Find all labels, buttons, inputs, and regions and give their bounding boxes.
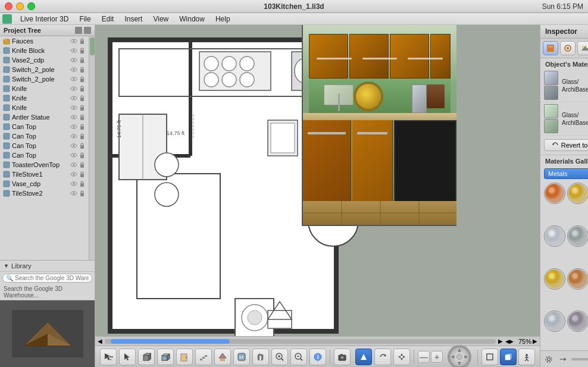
zoom-3d-minus[interactable]: — [418, 351, 430, 363]
tool-hand[interactable] [252, 349, 269, 365]
gallery-item-4[interactable] [567, 225, 588, 247]
tree-item-lock-7[interactable] [78, 103, 86, 112]
tree-item-lock-4[interactable] [78, 75, 86, 83]
two-arrows-icon[interactable] [557, 353, 569, 365]
tool-camera[interactable] [334, 349, 351, 365]
gallery-item-0[interactable] [544, 183, 565, 204]
tree-item-lock-6[interactable] [78, 94, 86, 102]
material-item-2[interactable]: Glass/ ArchiBase_Glass_lamp [540, 102, 588, 136]
gallery-item-3[interactable] [544, 225, 565, 247]
tree-item-eye-0[interactable] [70, 37, 78, 45]
tree-item-eye-16[interactable] [70, 189, 78, 197]
menu-window[interactable]: Window [174, 14, 209, 24]
tree-item-15[interactable]: Vase_cdp [0, 179, 89, 189]
gallery-item-6[interactable] [544, 268, 565, 290]
scroll-thumb-h[interactable] [111, 339, 230, 344]
tab-properties-icon[interactable] [560, 41, 576, 55]
tree-item-eye-11[interactable] [70, 142, 78, 150]
tree-item-2[interactable]: Vase2_cdp [0, 55, 89, 65]
sidebar-icon2[interactable] [84, 27, 91, 34]
menu-app[interactable]: Live Interior 3D [15, 14, 73, 24]
tree-item-7[interactable]: Knife [0, 103, 89, 112]
tree-item-eye-8[interactable] [70, 113, 78, 121]
tree-item-eye-7[interactable] [70, 103, 78, 112]
tree-scrollbar[interactable] [89, 36, 95, 260]
tree-item-eye-15[interactable] [70, 180, 78, 188]
view-2d[interactable] [481, 349, 498, 365]
google-3d-link[interactable]: Search the Google 3D Warehouse... [0, 284, 95, 300]
tree-item-eye-9[interactable] [70, 123, 78, 131]
tree-item-lock-10[interactable] [78, 132, 86, 140]
tree-item-5[interactable]: Knife [0, 84, 89, 93]
scroll-track-h[interactable] [105, 339, 496, 344]
tree-item-eye-2[interactable] [70, 56, 78, 64]
tree-item-8[interactable]: Antler Statue [0, 112, 89, 122]
tree-item-16[interactable]: TileStove2 [0, 189, 89, 197]
menu-edit[interactable]: Edit [97, 14, 119, 24]
menu-insert[interactable]: Insert [120, 14, 147, 24]
tree-item-9[interactable]: Can Top [0, 122, 89, 131]
tree-item-lock-13[interactable] [78, 161, 86, 169]
nav-pan[interactable] [393, 349, 410, 365]
tree-item-3[interactable]: Switch_2_pole [0, 65, 89, 74]
tree-item-4[interactable]: Switch_2_pole [0, 74, 89, 84]
tree-item-eye-13[interactable] [70, 161, 78, 169]
tree-item-lock-15[interactable] [78, 180, 86, 188]
zoom-3d-plus[interactable]: + [431, 351, 443, 363]
gallery-grid[interactable] [544, 183, 588, 350]
horizontal-scrollbar[interactable]: ◀ ▶ ◀ ▶ 75% ▶ [95, 336, 540, 346]
tab-textures-icon[interactable] [577, 41, 588, 55]
tree-item-eye-10[interactable] [70, 132, 78, 140]
tree-item-1[interactable]: Knife Block [0, 46, 89, 55]
menu-view[interactable]: View [148, 14, 173, 24]
tree-item-6[interactable]: Knife [0, 93, 89, 103]
tool-select[interactable] [119, 349, 136, 365]
tool-stairs[interactable] [195, 349, 212, 365]
tree-item-10[interactable]: Can Top [0, 131, 89, 141]
gallery-item-7[interactable] [567, 268, 588, 290]
material-item-1[interactable]: Glass/ ArchiBase_Lamp_blue [540, 69, 588, 102]
scroll-left-arrow[interactable]: ◀ [98, 338, 102, 344]
window-controls[interactable] [5, 2, 35, 10]
tree-item-lock-1[interactable] [78, 46, 86, 55]
tab-materials-icon[interactable] [543, 41, 558, 55]
tool-door[interactable] [176, 349, 193, 365]
sidebar-icon1[interactable] [75, 27, 82, 34]
tree-item-lock-14[interactable] [78, 170, 86, 178]
tree-item-lock-9[interactable] [78, 123, 86, 131]
tool-zoom-in[interactable] [271, 349, 288, 365]
gallery-zoom-slider[interactable] [571, 358, 588, 360]
gear-icon[interactable] [543, 353, 555, 365]
gallery-item-1[interactable] [567, 183, 588, 204]
tree-item-lock-0[interactable] [78, 37, 86, 45]
gallery-item-10[interactable] [567, 310, 588, 332]
nav-rotate[interactable] [374, 349, 391, 365]
view-3d[interactable] [500, 349, 517, 365]
tree-scroll-thumb[interactable] [90, 37, 95, 55]
minimize-button[interactable] [16, 2, 24, 10]
tree-item-eye-1[interactable] [70, 46, 78, 55]
menu-help[interactable]: Help [211, 14, 235, 24]
tool-cube[interactable] [138, 349, 155, 365]
tree-item-lock-12[interactable] [78, 151, 86, 159]
tree-item-0[interactable]: Fauces [0, 36, 89, 46]
tree-item-eye-5[interactable] [70, 84, 78, 93]
tree-item-eye-12[interactable] [70, 151, 78, 159]
tool-roof[interactable] [214, 349, 231, 365]
maximize-button[interactable] [27, 2, 35, 10]
tree-item-13[interactable]: ToasterOvenTop [0, 160, 89, 170]
zoom-arrow[interactable]: ▶ [533, 338, 537, 344]
tool-info[interactable]: i [309, 349, 326, 365]
tree-item-14[interactable]: TileStove1 [0, 170, 89, 179]
tool-arrow[interactable] [100, 349, 117, 365]
tree-item-eye-3[interactable] [70, 65, 78, 74]
tree-item-lock-2[interactable] [78, 56, 86, 64]
tool-cube2[interactable] [157, 349, 174, 365]
search-bar[interactable]: 🔍 [2, 274, 92, 283]
tree-item-lock-5[interactable] [78, 84, 86, 93]
tree-item-eye-4[interactable] [70, 75, 78, 83]
gallery-dropdown[interactable]: Metals ▼ [544, 168, 588, 179]
search-input[interactable] [15, 275, 89, 281]
gallery-item-9[interactable] [544, 310, 565, 332]
nav-wheel[interactable] [448, 345, 471, 368]
